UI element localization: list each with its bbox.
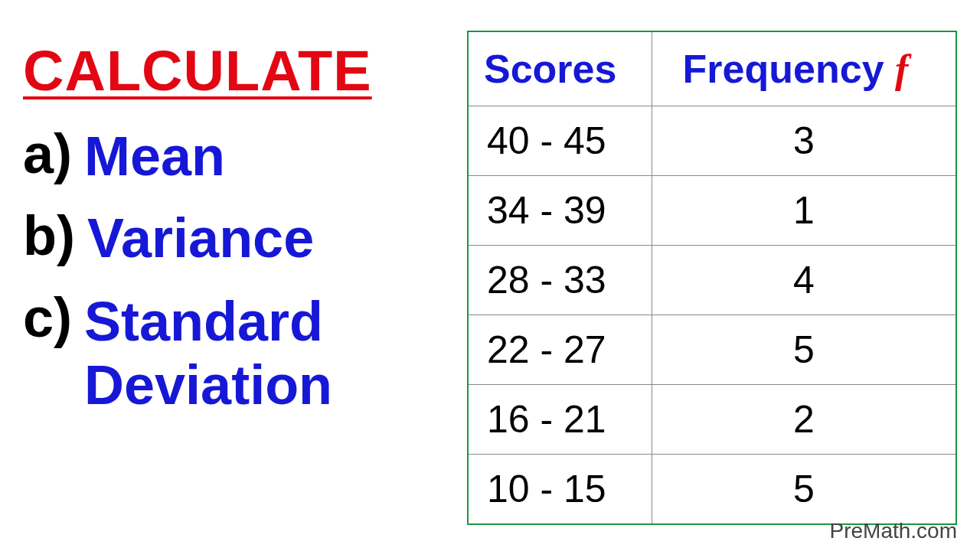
list-item: a) Mean — [23, 126, 452, 187]
cell-frequency: 4 — [652, 246, 956, 315]
header-scores: Scores — [468, 31, 652, 106]
table-row: 40 - 45 3 — [468, 106, 956, 176]
item-text-stddev: Standard Deviation — [84, 290, 332, 417]
cell-frequency: 2 — [652, 385, 956, 455]
cell-scores: 16 - 21 — [468, 385, 652, 455]
header-frequency-text: Frequency — [683, 47, 895, 91]
cell-scores: 40 - 45 — [468, 106, 652, 176]
table-row: 34 - 39 1 — [468, 176, 956, 246]
cell-frequency: 3 — [652, 106, 956, 176]
table-row: 22 - 27 5 — [468, 315, 956, 385]
cell-frequency: 5 — [652, 455, 956, 525]
cell-scores: 28 - 33 — [468, 246, 652, 315]
item-text-variance: Variance — [87, 208, 314, 269]
item-label-c: c) — [23, 290, 72, 345]
list-item: b) Variance — [23, 208, 452, 269]
header-frequency: Frequency f — [652, 31, 956, 106]
header-frequency-symbol: f — [895, 47, 908, 91]
item-text-mean: Mean — [84, 126, 225, 187]
table-header-row: Scores Frequency f — [468, 31, 956, 106]
right-panel: Scores Frequency f 40 - 45 3 34 - 39 1 2… — [452, 15, 957, 520]
left-panel: CALCULATE a) Mean b) Variance c) Standar… — [23, 15, 452, 520]
table-row: 10 - 15 5 — [468, 455, 956, 525]
main-container: CALCULATE a) Mean b) Variance c) Standar… — [0, 0, 980, 551]
table-row: 28 - 33 4 — [468, 246, 956, 315]
item-label-b: b) — [23, 208, 75, 263]
cell-scores: 22 - 27 — [468, 315, 652, 385]
cell-frequency: 5 — [652, 315, 956, 385]
cell-scores: 34 - 39 — [468, 176, 652, 246]
item-label-a: a) — [23, 126, 72, 181]
table-row: 16 - 21 2 — [468, 385, 956, 455]
watermark: PreMath.com — [830, 519, 958, 543]
frequency-table: Scores Frequency f 40 - 45 3 34 - 39 1 2… — [467, 31, 957, 525]
list-item: c) Standard Deviation — [23, 290, 452, 417]
cell-frequency: 1 — [652, 176, 956, 246]
page-title: CALCULATE — [23, 38, 452, 103]
cell-scores: 10 - 15 — [468, 455, 652, 525]
